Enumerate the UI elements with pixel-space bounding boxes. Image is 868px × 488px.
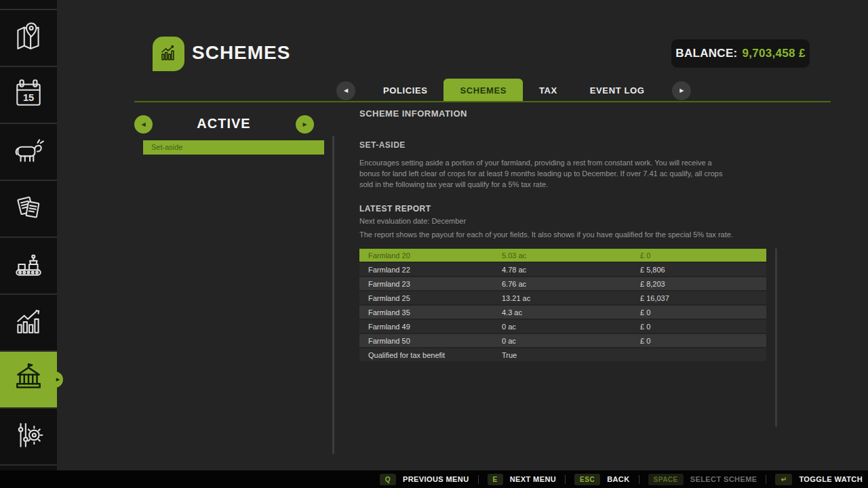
sidebar-item-calendar[interactable]: 15 [0, 67, 57, 123]
balance-label: BALANCE: [675, 47, 737, 60]
table-row[interactable]: Farmland 22 4.78 ac £ 5,806 [359, 263, 766, 276]
active-tab-notch: ▶ [47, 371, 63, 388]
field-area: 4.78 ac [502, 266, 640, 274]
report-table: Farmland 20 5.03 ac £ 0 Farmland 22 4.78… [359, 249, 766, 363]
tab-tax[interactable]: TAX [523, 79, 574, 102]
sidebar-item-animals[interactable] [0, 124, 57, 180]
field-name: Farmland 23 [359, 280, 502, 288]
arrow-right-icon: ▶ [302, 121, 307, 127]
field-name: Farmland 50 [359, 337, 502, 345]
tab-bar: ◀ POLICIES SCHEMES TAX EVENT LOG ▶ [336, 79, 691, 102]
page-title: SCHEMES [192, 42, 290, 64]
next-evaluation-date: Next evaluation date: December [359, 217, 466, 225]
hotkey-previous-menu[interactable]: Q PREVIOUS MENU [380, 474, 469, 485]
sidebar: 15 [0, 0, 57, 470]
hotkey-label: BACK [607, 475, 629, 483]
table-row[interactable]: Farmland 35 4.3 ac £ 0 [359, 306, 766, 319]
hotkey-back[interactable]: ESC BACK [574, 474, 629, 485]
key-space: SPACE [648, 474, 684, 485]
table-row[interactable]: Farmland 50 0 ac £ 0 [359, 334, 766, 347]
production-icon [12, 247, 45, 284]
field-area: 4.3 ac [502, 308, 640, 317]
balance-display: BALANCE: 9,703,458 £ [671, 39, 810, 68]
field-payout: £ 5,806 [640, 266, 766, 274]
field-name: Farmland 49 [359, 323, 502, 331]
report-title: LATEST REPORT [359, 204, 431, 214]
section-title: SCHEME INFORMATION [359, 108, 467, 119]
arrow-left-icon: ◀ [141, 121, 145, 127]
sidebar-item-settings[interactable] [0, 409, 57, 464]
hotkey-label: PREVIOUS MENU [403, 475, 469, 483]
active-next-button[interactable]: ▶ [296, 115, 314, 134]
table-row[interactable]: Farmland 49 0 ac £ 0 [359, 320, 766, 333]
settings-icon [12, 418, 45, 455]
table-row[interactable]: Farmland 23 6.76 ac £ 8,203 [359, 277, 766, 290]
tab-event-log[interactable]: EVENT LOG [574, 79, 661, 102]
key-e: E [488, 474, 503, 485]
hotkey-bar: Q PREVIOUS MENU E NEXT MENU ESC BACK SPA… [0, 470, 868, 488]
table-scrollbar[interactable] [775, 248, 777, 427]
field-payout: £ 0 [640, 337, 766, 345]
table-row[interactable]: Farmland 25 13.21 ac £ 16,037 [359, 291, 766, 304]
field-payout: £ 0 [640, 251, 766, 260]
schemes-screen: 15 [0, 0, 868, 488]
field-value: True [502, 351, 640, 359]
panel-scrollbar[interactable] [332, 136, 334, 454]
hotkey-separator [766, 475, 766, 484]
schemes-badge [153, 37, 184, 71]
tabs-prev-button[interactable]: ◀ [336, 81, 355, 100]
hotkey-label: NEXT MENU [510, 475, 556, 483]
chevron-right-icon: ▶ [56, 377, 60, 382]
sidebar-item-production[interactable] [0, 238, 57, 293]
hotkey-next-menu[interactable]: E NEXT MENU [488, 474, 557, 485]
tab-underline [134, 101, 831, 102]
active-prev-button[interactable]: ◀ [134, 115, 153, 134]
bank-icon [12, 361, 45, 398]
hotkey-label: TOGGLE WATCH [799, 475, 863, 483]
hotkey-toggle-watch[interactable]: ↵ TOGGLE WATCH [775, 474, 863, 485]
field-area: 5.03 ac [502, 251, 640, 260]
field-area: 0 ac [502, 323, 640, 331]
active-panel-title: ACTIVE [153, 116, 295, 131]
calendar-icon: 15 [12, 77, 45, 113]
field-payout: £ 0 [640, 308, 766, 317]
balance-value: 9,703,458 £ [743, 47, 806, 60]
field-payout: £ 16,037 [640, 294, 766, 302]
svg-text:15: 15 [23, 92, 34, 103]
hotkey-separator [639, 475, 639, 484]
tab-schemes[interactable]: SCHEMES [443, 79, 523, 102]
arrow-right-icon: ▶ [679, 87, 684, 94]
arrow-left-icon: ◀ [344, 87, 348, 94]
scheme-list-item-set-aside[interactable]: Set-aside [143, 140, 324, 155]
sidebar-item-partial-top[interactable] [0, 0, 57, 9]
field-payout: £ 0 [640, 323, 766, 331]
field-name: Farmland 20 [359, 251, 502, 260]
hotkey-separator [478, 475, 479, 484]
cow-icon [12, 134, 45, 170]
hotkey-select-scheme: SPACE SELECT SCHEME [648, 474, 757, 485]
map-icon [12, 20, 45, 56]
enter-key-icon: ↵ [775, 474, 792, 485]
field-payout: £ 8,203 [640, 280, 766, 288]
field-area: 13.21 ac [502, 294, 640, 302]
hotkey-label: SELECT SCHEME [690, 475, 757, 483]
chart-badge-icon [159, 43, 179, 66]
table-row[interactable]: Farmland 20 5.03 ac £ 0 [359, 249, 766, 262]
sidebar-item-statistics[interactable] [0, 295, 57, 350]
sidebar-item-map[interactable] [0, 10, 57, 66]
table-row-qualified[interactable]: Qualified for tax benefit True [359, 348, 766, 361]
sidebar-item-finances[interactable]: ▶ [0, 352, 57, 407]
field-name: Qualified for tax benefit [359, 351, 502, 359]
scheme-name-heading: SET-ASIDE [359, 140, 406, 150]
sidebar-item-contracts[interactable] [0, 181, 57, 237]
field-area: 0 ac [502, 337, 640, 345]
report-note: The report shows the payout for each of … [359, 230, 733, 239]
statistics-icon [12, 304, 45, 341]
scheme-description: Encourages setting aside a portion of yo… [359, 158, 734, 190]
key-q: Q [380, 474, 396, 485]
tabs-next-button[interactable]: ▶ [672, 81, 691, 100]
tab-policies[interactable]: POLICIES [367, 79, 443, 102]
sidebar-item-partial-bottom[interactable] [0, 466, 57, 470]
field-name: Farmland 35 [359, 308, 502, 317]
field-name: Farmland 22 [359, 266, 502, 274]
